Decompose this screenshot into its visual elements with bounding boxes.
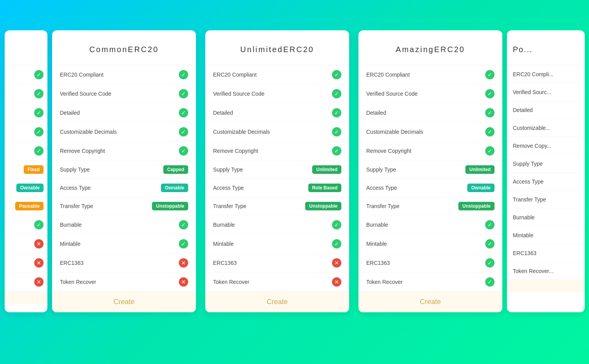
feature-badge: Ownable: [161, 184, 188, 192]
feature-label: Customizable Decimals: [213, 129, 270, 135]
feature-badge: Ownable: [467, 184, 495, 192]
feature-row: Customizable Decimals✓: [205, 122, 349, 142]
feature-label: Verified Source Code: [60, 91, 111, 97]
cross-icon: ✕: [34, 258, 44, 268]
feature-row: Detailed: [507, 101, 585, 119]
feature-label: Mintable: [60, 241, 80, 247]
feature-row: Burnable: [507, 208, 585, 226]
card-title: UnlimitedERC20: [240, 45, 314, 54]
feature-row: Remove Copy...: [507, 137, 585, 155]
feature-label: ERC1363: [513, 250, 537, 256]
feature-label: Supply Type: [60, 166, 90, 173]
feature-label: Verified Source Code: [213, 91, 264, 97]
feature-label: Transfer Type: [213, 203, 246, 209]
feature-row: Supply TypeUnlimited: [358, 161, 502, 179]
feature-row: Verified Source Code✓: [205, 84, 349, 103]
card-footer-unlimited: Create: [205, 292, 349, 312]
feature-badge: Unstoppable: [458, 202, 495, 210]
feature-label: Detailed: [366, 110, 386, 116]
feature-row: ✓: [5, 142, 47, 161]
feature-row: Supply Type: [507, 155, 585, 173]
check-icon: ✓: [485, 239, 495, 248]
check-icon: ✓: [485, 277, 495, 287]
feature-badge: Unstoppable: [152, 202, 188, 210]
check-icon: ✓: [179, 146, 188, 156]
feature-row: ERC1363: [507, 244, 585, 262]
feature-row: ✓: [5, 122, 47, 142]
feature-row: Supply TypeUnlimited: [205, 161, 349, 179]
feature-label: Transfer Type: [366, 203, 400, 209]
check-icon: ✓: [34, 127, 44, 136]
check-icon: ✓: [34, 108, 44, 117]
card-footer-amazing: Create: [358, 292, 502, 312]
card-title: CommonERC20: [89, 45, 159, 54]
cross-icon: ✕: [34, 277, 44, 287]
feature-badge: Unstoppable: [305, 202, 341, 210]
feature-label: Supply Type: [366, 166, 396, 173]
feature-label: ERC1363: [60, 260, 84, 266]
feature-row: Burnable✓: [205, 215, 349, 234]
card-header-partial-right: Po...: [507, 30, 585, 65]
cross-icon: ✕: [34, 239, 44, 248]
feature-label: Token Recover...: [513, 268, 553, 274]
feature-row: Verified Source Code✓: [358, 84, 502, 103]
feature-row: ERC20 Compli...: [507, 65, 585, 83]
card-header-amazing: AmazingERC20: [358, 30, 502, 65]
feature-row: Access TypeOwnable: [52, 179, 196, 197]
feature-label: Remove Copyright: [60, 148, 105, 154]
feature-row: Access TypeRole Based: [205, 179, 349, 197]
feature-row: Burnable✓: [52, 215, 196, 234]
feature-label: Remove Copyright: [366, 148, 411, 154]
feature-row: ✓: [5, 215, 47, 234]
feature-row: Transfer Type: [507, 191, 585, 208]
check-icon: ✓: [34, 146, 44, 156]
card-unlimited: UnlimitedERC20ERC20 Compliant✓Verified S…: [205, 30, 349, 312]
cross-icon: ✕: [179, 258, 188, 268]
card-common: CommonERC20ERC20 Compliant✓Verified Sour…: [52, 30, 196, 312]
feature-row: Transfer TypeUnstoppable: [205, 197, 349, 215]
feature-row: Token Recover✕: [52, 273, 196, 292]
feature-label: Access Type: [213, 185, 244, 191]
card-footer: [507, 280, 585, 292]
feature-row: Detailed✓: [205, 103, 349, 122]
create-button-unlimited[interactable]: Create: [213, 298, 341, 306]
card-partial-right: Po...ERC20 Compli...Verified Sourc...Det…: [507, 30, 585, 312]
check-icon: ✓: [485, 258, 495, 268]
feature-label: ERC20 Compli...: [513, 71, 553, 77]
feature-label: Transfer Type: [60, 203, 93, 209]
check-icon: ✓: [332, 108, 341, 117]
feature-row: ERC1363✓: [358, 254, 502, 273]
feature-row: Token Recover...: [507, 262, 585, 280]
feature-row: Supply TypeCapped: [52, 161, 196, 179]
feature-row: Fixed: [5, 161, 47, 179]
feature-badge: Unlimited: [465, 165, 495, 174]
feature-row: Transfer TypeUnstoppable: [52, 197, 196, 215]
feature-row: Remove Copyright✓: [358, 142, 502, 161]
feature-label: Mintable: [513, 232, 533, 238]
feature-label: Detailed: [60, 110, 80, 116]
check-icon: ✓: [179, 220, 188, 229]
cards-container: ✓✓✓✓✓FixedOwnablePausable✓✕✕✕CommonERC20…: [0, 30, 589, 328]
feature-row: ERC1363✕: [52, 254, 196, 273]
check-icon: ✓: [332, 70, 341, 79]
cross-icon: ✕: [332, 258, 341, 268]
feature-row: ERC1363✕: [205, 254, 349, 273]
feature-row: ERC20 Compliant✓: [205, 65, 349, 84]
feature-badge: Capped: [163, 165, 188, 174]
feature-row: Burnable✓: [358, 215, 502, 234]
feature-row: Verified Source Code✓: [52, 84, 196, 103]
feature-row: ✓: [5, 84, 47, 103]
check-icon: ✓: [485, 146, 495, 156]
feature-row: Mintable✓: [358, 234, 502, 254]
create-button-amazing[interactable]: Create: [366, 298, 495, 306]
check-icon: ✓: [179, 239, 188, 248]
check-icon: ✓: [485, 89, 495, 98]
page-header: [0, 0, 589, 30]
feature-label: Burnable: [366, 222, 388, 228]
feature-label: ERC1363: [213, 260, 237, 266]
card-header-partial-left: [5, 30, 47, 65]
feature-row: Mintable✓: [52, 234, 196, 254]
create-button-common[interactable]: Create: [60, 298, 188, 306]
feature-label: Mintable: [213, 241, 234, 247]
feature-row: Customizable...: [507, 119, 585, 137]
